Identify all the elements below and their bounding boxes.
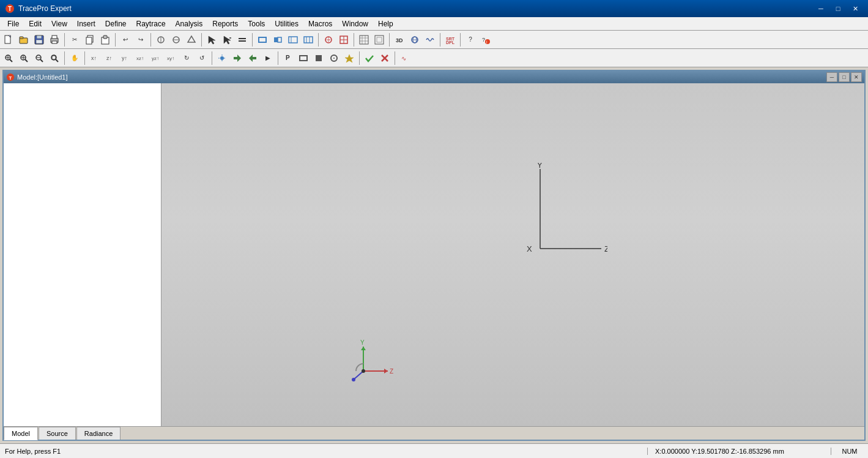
grid-button[interactable] xyxy=(357,32,371,47)
rotate-ccw-button[interactable]: ↺ xyxy=(195,51,209,66)
svg-rect-23 xyxy=(239,38,246,39)
svg-text:yz↑: yz↑ xyxy=(152,56,159,61)
rect4-button[interactable] xyxy=(301,32,316,47)
model-viewport[interactable]: Y Z X Z Y xyxy=(161,83,864,426)
svg-text:X: X xyxy=(527,244,532,253)
svg-text:Z: Z xyxy=(604,244,607,253)
special-button[interactable]: ∿ xyxy=(398,51,412,66)
menu-item-view[interactable]: View xyxy=(46,17,72,31)
redo-button[interactable]: ↪ xyxy=(133,32,148,47)
menu-item-reports[interactable]: Reports xyxy=(207,17,243,31)
view3-button[interactable] xyxy=(184,32,199,47)
menu-item-utilities[interactable]: Utilities xyxy=(270,17,303,31)
axis-y-button[interactable]: y↑ xyxy=(118,51,133,66)
axis-xy-button[interactable]: xy↑ xyxy=(164,51,179,66)
tool-sq-button[interactable] xyxy=(311,51,326,66)
copy-button[interactable] xyxy=(83,32,97,47)
save-button[interactable] xyxy=(32,32,46,47)
pan-button[interactable]: ✋ xyxy=(67,51,82,66)
axis-x-button[interactable]: x↑ xyxy=(87,51,102,66)
menu-item-tools[interactable]: Tools xyxy=(243,17,270,31)
maximize-button[interactable]: □ xyxy=(830,2,846,15)
model-titlebar-left: T Model:[Untitled1] xyxy=(6,73,68,81)
srt-button[interactable]: SRTDPL xyxy=(443,32,458,47)
menu-item-insert[interactable]: Insert xyxy=(72,17,100,31)
status-num-lock: NUM xyxy=(831,448,868,455)
model-tree xyxy=(4,83,161,426)
rect-outline-button[interactable] xyxy=(255,32,270,47)
tool-target-button[interactable] xyxy=(342,51,357,66)
origin-button[interactable] xyxy=(215,51,229,66)
axis-xz-button[interactable]: yz↑ xyxy=(149,51,163,66)
grid2-button[interactable] xyxy=(372,32,387,47)
tool-circle-button[interactable] xyxy=(327,51,341,66)
check-button[interactable] xyxy=(362,51,377,66)
ray-back-button[interactable] xyxy=(245,51,260,66)
svg-rect-10 xyxy=(52,41,57,43)
model-tab-model[interactable]: Model xyxy=(4,427,38,440)
new-button[interactable] xyxy=(1,32,16,47)
menu-item-raytrace[interactable]: Raytrace xyxy=(132,17,171,31)
cancel2-button[interactable] xyxy=(377,51,392,66)
3d-button[interactable]: 3D xyxy=(392,32,407,47)
help2-button[interactable]: ?i xyxy=(478,32,493,47)
zoom-region-button[interactable] xyxy=(47,51,62,66)
close-button[interactable]: ✕ xyxy=(847,2,863,15)
model-tab-source[interactable]: Source xyxy=(39,427,76,440)
zoom-in-button[interactable] xyxy=(17,51,31,66)
menu-item-edit[interactable]: Edit xyxy=(24,17,46,31)
rect-fill-button[interactable] xyxy=(270,32,285,47)
model-minimize-button[interactable]: ─ xyxy=(826,72,837,82)
view2-button[interactable] xyxy=(169,32,184,47)
model-maximize-button[interactable]: □ xyxy=(839,72,850,82)
play-button[interactable]: ▶ xyxy=(261,51,275,66)
model-tab-radiance[interactable]: Radiance xyxy=(76,427,121,440)
globe-button[interactable] xyxy=(407,32,422,47)
help-button[interactable]: ? xyxy=(463,32,478,47)
select3-button[interactable] xyxy=(235,32,250,47)
paste-button[interactable] xyxy=(98,32,113,47)
menu-item-define[interactable]: Define xyxy=(100,17,132,31)
view1-button[interactable] xyxy=(154,32,168,47)
axis-z-button[interactable]: z↑ xyxy=(103,51,117,66)
tool-rect-button[interactable] xyxy=(296,51,311,66)
svg-rect-81 xyxy=(300,56,307,61)
select2-button[interactable] xyxy=(220,32,234,47)
title-bar: T TracePro Expert ─ □ ✕ xyxy=(0,0,868,17)
menu-item-file[interactable]: File xyxy=(2,17,24,31)
svg-line-67 xyxy=(56,59,58,62)
open-button[interactable] xyxy=(17,32,31,47)
select-button[interactable] xyxy=(204,32,219,47)
svg-marker-79 xyxy=(249,54,256,62)
svg-text:?: ? xyxy=(482,37,485,43)
separator-2 xyxy=(115,33,116,47)
raytrace1-button[interactable] xyxy=(321,32,336,47)
ray-forward-button[interactable] xyxy=(230,51,245,66)
separator-7 xyxy=(354,33,354,47)
zoom-out-button[interactable] xyxy=(32,51,46,66)
model-close-button[interactable]: ✕ xyxy=(851,72,862,82)
toolbar-row-2: ✋ x↑ z↑ y↑ xz↑ yz↑ xy↑ ↻ ↺ ▶ P xyxy=(0,49,868,67)
rotate-cw-button[interactable]: ↻ xyxy=(179,51,194,66)
zoom-fit-button[interactable] xyxy=(1,51,16,66)
svg-rect-68 xyxy=(52,56,56,59)
svg-text:xz↑: xz↑ xyxy=(136,56,144,61)
axis-yz-button[interactable]: xz↑ xyxy=(133,51,148,66)
svg-point-103 xyxy=(352,378,355,381)
rect3-button[interactable] xyxy=(286,32,300,47)
tool-p-button[interactable]: P xyxy=(281,51,295,66)
menu-item-analysis[interactable]: Analysis xyxy=(171,17,208,31)
undo-button[interactable]: ↩ xyxy=(118,32,133,47)
print-button[interactable] xyxy=(47,32,62,47)
svg-text:Z: Z xyxy=(390,368,393,375)
menu-item-help[interactable]: Help xyxy=(373,17,398,31)
cut-button[interactable]: ✂ xyxy=(67,32,82,47)
model-icon: T xyxy=(6,73,15,81)
menu-item-macros[interactable]: Macros xyxy=(303,17,337,31)
menu-item-window[interactable]: Window xyxy=(337,17,373,31)
wave-button[interactable] xyxy=(423,32,437,47)
minimize-button[interactable]: ─ xyxy=(813,2,829,15)
raytrace2-button[interactable] xyxy=(336,32,351,47)
svg-text:DPL: DPL xyxy=(446,40,455,45)
toolbar-row-1: ✂ ↩ ↪ xyxy=(0,31,868,49)
